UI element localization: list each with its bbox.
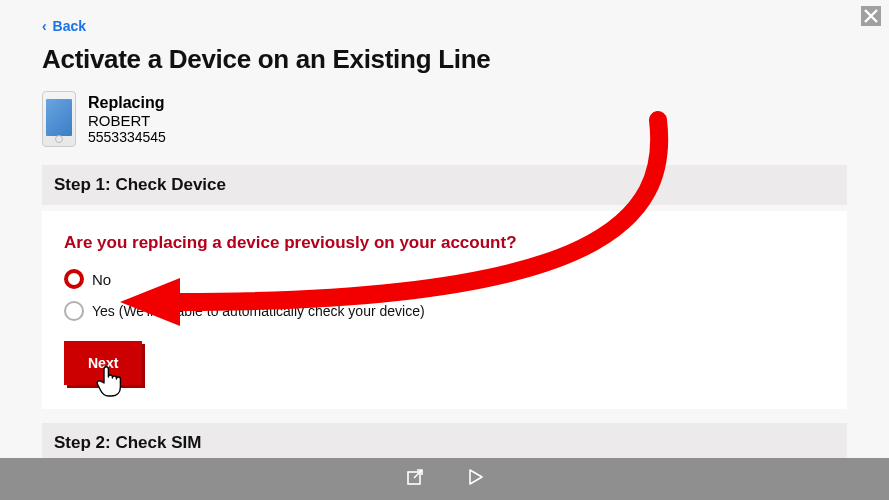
radio-icon-selected[interactable]	[64, 269, 84, 289]
next-button-wrap: Next	[64, 341, 142, 385]
step1-body: Are you replacing a device previously on…	[42, 211, 847, 409]
replacing-phone: 5553334545	[88, 129, 166, 145]
page-root: ‹ Back Activate a Device on an Existing …	[0, 0, 889, 500]
next-button[interactable]: Next	[64, 341, 142, 385]
replacing-text: Replacing ROBERT 5553334545	[88, 94, 166, 145]
content-area: ‹ Back Activate a Device on an Existing …	[0, 0, 889, 463]
replacing-label: Replacing	[88, 94, 166, 112]
chevron-left-icon: ‹	[42, 18, 47, 34]
radio-no-label: No	[92, 271, 111, 288]
replacing-name: ROBERT	[88, 112, 166, 129]
radio-icon-unselected[interactable]	[64, 301, 84, 321]
replacing-summary: Replacing ROBERT 5553334545	[42, 91, 847, 147]
close-icon[interactable]	[861, 6, 881, 26]
svg-marker-2	[470, 470, 482, 484]
device-thumbnail-icon	[42, 91, 76, 147]
open-external-icon[interactable]	[406, 468, 424, 490]
back-link[interactable]: ‹ Back	[42, 18, 847, 34]
radio-option-no[interactable]: No	[64, 269, 825, 289]
step1-header: Step 1: Check Device	[42, 165, 847, 205]
page-title: Activate a Device on an Existing Line	[42, 44, 847, 75]
play-icon[interactable]	[466, 468, 484, 490]
media-control-bar	[0, 458, 889, 500]
step1-question: Are you replacing a device previously on…	[64, 233, 825, 253]
step2-header: Step 2: Check SIM	[42, 423, 847, 463]
radio-yes-label: Yes (We'll be able to automatically chec…	[92, 303, 425, 319]
back-label: Back	[53, 18, 86, 34]
radio-option-yes[interactable]: Yes (We'll be able to automatically chec…	[64, 301, 825, 321]
